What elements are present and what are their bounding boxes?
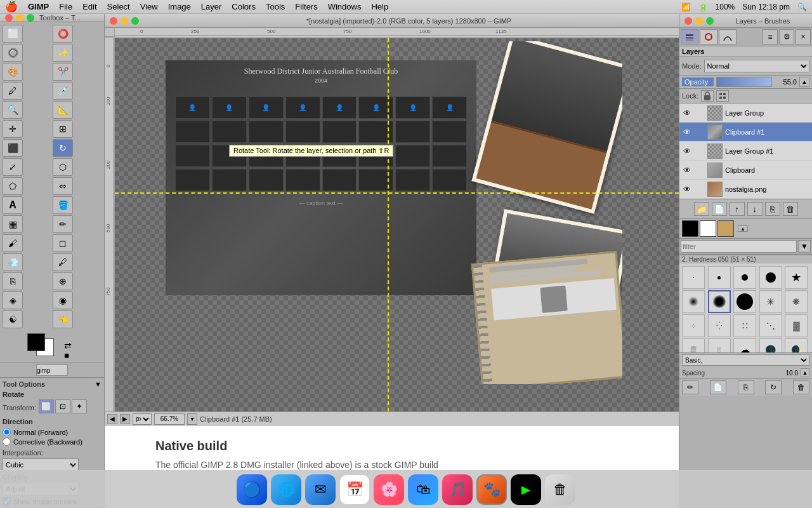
layer-chain-clipboard[interactable] [695, 165, 705, 175]
layer-delete-btn[interactable]: 🗑 [783, 202, 798, 216]
brush-new-btn[interactable]: 📄 [710, 380, 726, 394]
brush-panel-collapse-btn[interactable]: ▲ [738, 225, 748, 232]
dock-trash[interactable]: 🗑 [545, 474, 575, 505]
brush-splatter-2[interactable]: ❋ [785, 290, 808, 313]
layer-eye-nostalgia[interactable]: 👁 [682, 184, 692, 194]
layer-chain-clipboard1[interactable] [695, 127, 705, 137]
lock-position-btn[interactable] [716, 90, 729, 102]
tab-paths[interactable] [719, 29, 737, 44]
brush-splatter-1[interactable]: ✳ [759, 290, 782, 313]
tool-bucket-fill[interactable]: 🪣 [53, 196, 73, 214]
brush-grunge-1[interactable]: ▓ [785, 314, 808, 337]
layer-chain-nostalgia[interactable] [695, 184, 705, 194]
layer-move-up-btn[interactable]: ↑ [730, 202, 745, 216]
layer-eye-clipboard1[interactable]: 👁 [682, 127, 692, 137]
menu-file[interactable]: File [59, 2, 72, 11]
brush-delete-btn[interactable]: 🗑 [793, 380, 809, 394]
tool-blend[interactable]: ▦ [3, 215, 23, 233]
layer-item-clipboard1[interactable]: 👁 Clipboard #1 [679, 123, 812, 142]
unit-select[interactable]: px in [133, 413, 152, 425]
brush-scatter-3[interactable]: ∷ [733, 314, 756, 337]
brush-grunge-3[interactable]: ░ [708, 338, 731, 352]
tool-zoom[interactable]: 🔍 [3, 101, 23, 119]
brush-bg-swatch[interactable] [700, 220, 716, 237]
lock-pixels-btn[interactable] [701, 90, 714, 102]
panel-options-btn[interactable]: ⚙ [779, 29, 794, 44]
tool-select-free[interactable]: 🔘 [3, 44, 23, 62]
tool-paintbrush[interactable]: 🖌 [3, 234, 23, 252]
zoom-input[interactable] [154, 413, 185, 425]
dock-mail[interactable]: ✉ [305, 474, 336, 505]
nav-left-btn[interactable]: ◀ [107, 414, 117, 424]
brush-soft-s1[interactable] [682, 290, 705, 313]
menu-layer[interactable]: Layer [201, 2, 222, 11]
brush-dot-small[interactable] [708, 266, 731, 289]
tool-align[interactable]: ⊞ [53, 120, 73, 138]
menu-gimp[interactable]: GIMP [28, 2, 49, 11]
brush-filter-input[interactable] [681, 240, 797, 253]
panel-close-btn[interactable] [684, 17, 692, 25]
apple-menu[interactable]: 🍎 [5, 1, 18, 13]
toolbox-min-btn[interactable] [16, 14, 23, 22]
basic-preset-select[interactable]: Basic, [682, 354, 809, 366]
canvas-max-btn[interactable] [131, 17, 139, 25]
tool-text[interactable]: A [3, 196, 23, 214]
panel-min-btn[interactable] [695, 17, 703, 25]
tool-heal[interactable]: ⊕ [53, 272, 73, 290]
tab-layers[interactable] [681, 29, 698, 44]
brush-texture-2[interactable]: 🌒 [785, 338, 808, 352]
dock-music[interactable]: 🎵 [442, 474, 473, 505]
canvas-min-btn[interactable] [121, 17, 128, 25]
tool-ink[interactable]: 🖋 [53, 253, 73, 271]
dock-gimp[interactable]: 🐾 [476, 474, 507, 505]
menu-select[interactable]: Select [107, 2, 130, 11]
brush-duplicate-btn[interactable]: ⎘ [738, 380, 754, 394]
transform-path-btn[interactable]: ✦ [72, 399, 87, 413]
tool-options-collapse-btn[interactable]: ▼ [95, 380, 102, 388]
tool-smudge[interactable]: 👈 [53, 311, 73, 328]
tool-perspective-clone[interactable]: ◈ [3, 291, 23, 309]
search-icon[interactable]: 🔍 [797, 3, 807, 11]
canvas-viewport[interactable]: Sherwood District Junior Australian Foot… [115, 38, 679, 411]
canvas-close-btn[interactable] [110, 17, 117, 25]
brush-filter-dropdown[interactable]: ▼ [798, 240, 811, 253]
dock-safari[interactable]: 🌐 [271, 474, 301, 505]
tool-dodge-burn[interactable]: ☯ [3, 311, 23, 328]
tool-select-by-color[interactable]: 🎨 [3, 63, 23, 81]
tool-move[interactable]: ✛ [3, 120, 23, 138]
brush-star[interactable]: ★ [785, 266, 808, 289]
menu-help[interactable]: Help [371, 2, 388, 11]
default-colors-icon[interactable]: ◼ [64, 352, 77, 359]
panel-max-btn[interactable] [706, 17, 714, 25]
tool-eraser[interactable]: ◻ [53, 234, 73, 252]
layer-chain-group[interactable] [695, 108, 705, 118]
brush-scatter-2[interactable]: ⁛ [708, 314, 731, 337]
layer-item-group[interactable]: 👁 Layer Group [679, 104, 812, 123]
interpolation-select[interactable]: Cubic Linear None [3, 458, 79, 471]
zoom-dropdown-btn[interactable]: ▼ [187, 413, 197, 425]
tool-select-rect[interactable]: ⬜ [3, 25, 23, 43]
opacity-increment-btn[interactable]: ▲ [799, 77, 809, 87]
tool-select-scissors[interactable]: ✂️ [53, 63, 73, 81]
gimp-input[interactable] [36, 364, 68, 376]
transform-selection-btn[interactable]: ⊡ [55, 399, 70, 413]
dock-calendar[interactable]: 📅 [339, 474, 370, 505]
tool-rotate[interactable]: ↻ [53, 139, 73, 157]
nav-right-btn[interactable]: ▶ [120, 414, 130, 424]
brush-cloud[interactable]: ☁ [733, 338, 756, 352]
layer-eye-group[interactable]: 👁 [682, 108, 692, 118]
layer-eye-clipboard[interactable]: 👁 [682, 165, 692, 175]
brush-grunge-2[interactable]: ▒ [682, 338, 705, 352]
menu-filters[interactable]: Filters [295, 2, 317, 11]
tool-perspective[interactable]: ⬠ [3, 177, 23, 195]
layer-move-down-btn[interactable]: ↓ [747, 202, 763, 216]
dock-finder[interactable]: 🔵 [237, 474, 267, 505]
layer-new-btn[interactable]: 📄 [712, 202, 727, 216]
foreground-color-swatch[interactable] [27, 333, 45, 351]
brush-dot-large[interactable] [759, 266, 782, 289]
direction-normal-radio[interactable] [3, 428, 11, 436]
layer-chain-group1[interactable] [695, 146, 705, 156]
menu-edit[interactable]: Edit [82, 2, 96, 11]
toolbox-max-btn[interactable] [27, 14, 34, 22]
opacity-slider[interactable] [716, 77, 772, 87]
